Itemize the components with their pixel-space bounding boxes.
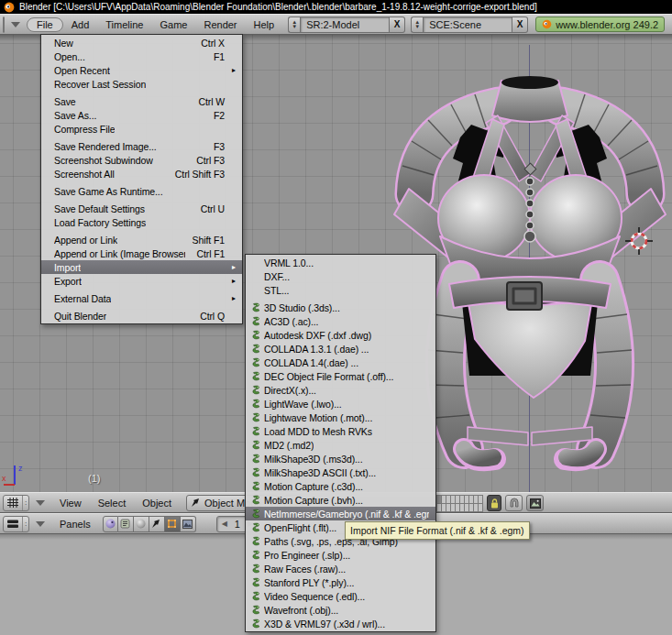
- collapse-menus-icon[interactable]: [11, 22, 20, 27]
- python-script-icon: [249, 605, 261, 616]
- import-menu-item-lightwave-motion-mot[interactable]: Lightwave Motion (.mot)...: [246, 411, 435, 424]
- file-menu-item-screenshot-subwindow[interactable]: Screenshot Subwindow Ctrl F3 ▸: [41, 153, 242, 167]
- python-script-icon: [249, 577, 261, 588]
- scene-close-button[interactable]: X: [512, 16, 528, 33]
- page-prev-icon[interactable]: ◀: [222, 520, 227, 528]
- file-menu-item-quit-blender[interactable]: Quit Blender Ctrl Q ▸: [41, 309, 242, 323]
- screen-browse-icon[interactable]: ▲▼: [288, 16, 300, 33]
- menu-select[interactable]: Select: [90, 498, 135, 509]
- file-menu-item-append-or-link[interactable]: Append or Link Shift F1 ▸: [41, 233, 242, 246]
- image-icon: [530, 498, 541, 509]
- menu-game[interactable]: Game: [151, 19, 195, 30]
- menu-render[interactable]: Render: [195, 19, 245, 30]
- file-menu-item-append-or-link-image-browser[interactable]: Append or Link (Image Browser) Ctrl F1 ▸: [41, 246, 242, 260]
- logic-buttons-button[interactable]: [103, 516, 118, 532]
- import-menu-item-dec-object-file-format-off[interactable]: DEC Object File Format (.off)...: [246, 369, 435, 383]
- menu-item-label: Wavefront (.obj)...: [264, 605, 338, 616]
- file-menu-item-save[interactable]: Save Ctrl W ▸: [41, 94, 242, 108]
- submenu-arrow-icon: ▸: [228, 263, 236, 271]
- svg-text:x: x: [2, 474, 6, 483]
- file-menu-item-export[interactable]: Export ▸: [41, 274, 242, 288]
- python-script-icon: [249, 344, 261, 355]
- scene-buttons-button[interactable]: [181, 516, 196, 532]
- menu-timeline[interactable]: Timeline: [97, 19, 151, 30]
- menu-object[interactable]: Object: [134, 498, 180, 509]
- render-preview-button[interactable]: [526, 495, 544, 511]
- screen-name-field[interactable]: SR:2-Model: [300, 16, 390, 33]
- object-buttons-button[interactable]: [149, 516, 165, 532]
- menu-add[interactable]: Add: [63, 19, 98, 30]
- import-menu-item-motion-capture-bvh[interactable]: Motion Capture (.bvh)...: [246, 493, 435, 507]
- active-object-label: (1): [88, 473, 100, 484]
- panels-menu[interactable]: Panels: [51, 519, 99, 530]
- import-menu-item-pro-engineer-slp[interactable]: Pro Engineer (.slp)...: [246, 548, 435, 562]
- import-menu-item-netimmerse-gamebryo-nif-kf-egm[interactable]: NetImmerse/Gamebryo (.nif & .kf & .egm): [246, 507, 435, 520]
- file-menu-item-save-game-as-runtime[interactable]: Save Game As Runtime... ▸: [41, 184, 242, 198]
- import-menu-item-raw-faces-raw[interactable]: Raw Faces (.raw)...: [246, 562, 435, 575]
- shading-buttons-button[interactable]: [134, 516, 149, 532]
- menu-help[interactable]: Help: [246, 19, 283, 30]
- file-menu-item-save-rendered-image[interactable]: Save Rendered Image... F3 ▸: [41, 139, 242, 153]
- import-menu-item-md2-md2[interactable]: MD2 (.md2): [246, 438, 435, 452]
- file-menu-item-save-as[interactable]: Save As... F2 ▸: [41, 108, 242, 122]
- menu-item-shortcut: Ctrl F1: [185, 248, 225, 259]
- object-icon: [151, 519, 161, 529]
- file-menu-item-load-factory-settings[interactable]: Load Factory Settings ▸: [41, 215, 242, 229]
- menu-item-label: Motion Capture (.c3d)...: [264, 481, 363, 492]
- menu-item-label: Append or Link (Image Browser): [54, 248, 185, 259]
- import-menu-item-motion-capture-c3d[interactable]: Motion Capture (.c3d)...: [246, 479, 435, 493]
- file-menu-item-external-data[interactable]: External Data ▸: [41, 291, 242, 305]
- import-menu-item-autodesk-dxf-dxf-dwg[interactable]: Autodesk DXF (.dxf .dwg): [246, 328, 435, 342]
- collapse-menus-icon[interactable]: [36, 521, 45, 527]
- import-menu-item-stl[interactable]: STL...: [246, 283, 435, 297]
- editor-type-mini-menu[interactable]: :: [22, 496, 28, 510]
- import-menu-item-dxf[interactable]: DXF...: [246, 269, 435, 283]
- submenu-arrow-icon: ▸: [228, 277, 236, 285]
- collapse-menus-icon[interactable]: [36, 500, 45, 506]
- file-menu-item-import[interactable]: Import ▸: [41, 260, 242, 274]
- file-menu-item-recover-last-session[interactable]: Recover Last Session ▸: [41, 77, 242, 91]
- import-menu-item-video-sequence-edl[interactable]: Video Sequence (.edl)...: [246, 589, 435, 603]
- editing-buttons-button[interactable]: [165, 516, 181, 532]
- menu-item-label: VRML 1.0...: [264, 257, 314, 268]
- menu-file[interactable]: File: [27, 17, 63, 32]
- import-menu-item-milkshape3d-ascii-txt[interactable]: MilkShape3D ASCII (.txt)...: [246, 465, 435, 479]
- import-menu-item-x3d-vrml97-x3d-wrl[interactable]: X3D & VRML97 (.x3d / wrl)...: [246, 617, 435, 630]
- file-menu-item-save-default-settings[interactable]: Save Default Settings Ctrl U ▸: [41, 202, 242, 215]
- import-menu-item-directx-x[interactable]: DirectX(.x)...: [246, 383, 435, 397]
- lock-layers-button[interactable]: [487, 495, 501, 511]
- import-menu-item-3d-studio-3ds[interactable]: 3D Studio (.3ds)...: [246, 301, 435, 314]
- file-menu-item-screenshot-all[interactable]: Screenshot All Ctrl Shift F3 ▸: [41, 167, 242, 181]
- menu-view[interactable]: View: [51, 498, 90, 509]
- python-script-icon: [249, 619, 261, 630]
- menu-item-label: Export: [54, 276, 82, 287]
- file-menu-item-compress-file[interactable]: Compress File ▸: [41, 122, 242, 136]
- tooltip-text: Import NIF File Format (.nif & .kf & .eg…: [350, 525, 524, 536]
- scene-browse-icon[interactable]: ▲▼: [411, 16, 423, 33]
- script-buttons-button[interactable]: [118, 516, 134, 532]
- file-menu-item-new[interactable]: New Ctrl X ▸: [41, 36, 242, 49]
- file-menu-item-open[interactable]: Open... F1 ▸: [41, 49, 242, 63]
- import-menu-item-ac3d-ac[interactable]: AC3D (.ac)...: [246, 314, 435, 328]
- editor-type-selector[interactable]: :: [3, 516, 29, 532]
- python-script-icon: [249, 454, 261, 465]
- file-menu-item-open-recent[interactable]: Open Recent ▸: [41, 63, 242, 77]
- scene-name-field[interactable]: SCE:Scene: [423, 16, 512, 33]
- window-type-selector[interactable]: :: [3, 16, 5, 33]
- snap-magnet-button[interactable]: [505, 495, 523, 511]
- import-menu-item-wavefront-obj[interactable]: Wavefront (.obj)...: [246, 603, 435, 617]
- import-menu-item-stanford-ply-ply[interactable]: Stanford PLY (*.ply)...: [246, 575, 435, 589]
- import-menu-item-load-mdd-to-mesh-rvks[interactable]: Load MDD to Mesh RVKs: [246, 424, 435, 438]
- import-menu-item-vrml-1-0[interactable]: VRML 1.0...: [246, 256, 435, 269]
- import-menu-item-collada-1-4-dae[interactable]: COLLADA 1.4(.dae) ...: [246, 356, 435, 369]
- import-menu-item-lightwave-lwo[interactable]: LightWave (.lwo)...: [246, 397, 435, 411]
- import-menu-item-collada-1-3-1-dae[interactable]: COLLADA 1.3.1 (.dae) ...: [246, 342, 435, 356]
- blender-version-badge[interactable]: www.blender.org 249.2: [535, 16, 665, 32]
- editor-type-selector[interactable]: :: [3, 495, 29, 511]
- layer-buttons[interactable]: [436, 495, 482, 511]
- python-script-icon: [249, 385, 261, 396]
- import-menu-item-milkshape3d-ms3d[interactable]: MilkShape3D (.ms3d)...: [246, 452, 435, 465]
- editor-type-mini-menu[interactable]: :: [22, 517, 28, 531]
- menu-item-label: Video Sequence (.edl)...: [264, 591, 365, 602]
- screen-close-button[interactable]: X: [390, 16, 405, 33]
